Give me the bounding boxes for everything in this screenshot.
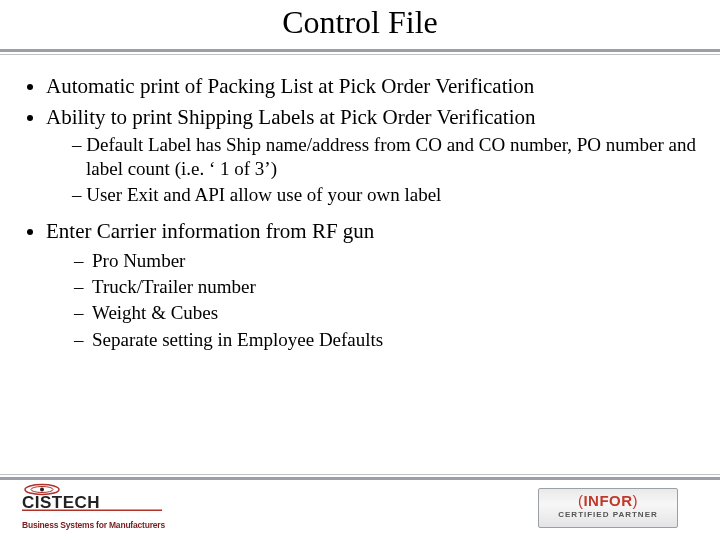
sub-bullet-text: Weight & Cubes [92,302,218,323]
cistech-wordmark: CISTECH [22,493,100,512]
infor-partner-badge: (INFOR) CERTIFIED PARTNER [538,488,678,528]
sub-bullet-list: Default Label has Ship name/address from… [46,133,702,208]
sub-bullet-text: Default Label has Ship name/address from… [86,134,696,179]
bullet-item: Enter Carrier information from RF gun –P… [46,218,702,352]
sub-bullet-text: User Exit and API allow use of your own … [86,184,441,205]
bullet-text: Ability to print Shipping Labels at Pick… [46,105,536,129]
cistech-logo-svg: CISTECH [22,478,192,518]
bracket-close: ) [633,492,639,509]
sub-bullet-list: –Pro Number –Truck/Trailer number –Weigh… [46,249,702,352]
svg-point-2 [40,488,44,492]
infor-brand-text: INFOR [583,492,632,509]
sub-bullet-item: –Weight & Cubes [74,301,702,325]
svg-rect-3 [22,510,162,512]
sub-bullet-text: Truck/Trailer number [92,276,256,297]
bullet-item: Automatic print of Packing List at Pick … [46,73,702,100]
slide-title: Control File [0,4,720,41]
bullet-text: Automatic print of Packing List at Pick … [46,74,534,98]
certified-partner-label: CERTIFIED PARTNER [539,510,677,519]
title-rule-thick [0,49,720,52]
bullet-list: Automatic print of Packing List at Pick … [18,73,702,352]
footer-rule-thin [0,474,720,475]
sub-bullet-item: –Pro Number [74,249,702,273]
bullet-text: Enter Carrier information from RF gun [46,219,374,243]
slide: Control File Automatic print of Packing … [0,0,720,540]
sub-bullet-item: –Truck/Trailer number [74,275,702,299]
sub-bullet-item: –Separate setting in Employee Defaults [74,328,702,352]
sub-bullet-item: Default Label has Ship name/address from… [72,133,702,182]
content-area: Automatic print of Packing List at Pick … [0,55,720,352]
sub-bullet-text: Pro Number [92,250,185,271]
title-area: Control File [0,0,720,47]
sub-bullet-item: User Exit and API allow use of your own … [72,183,702,207]
cistech-logo: CISTECH Business Systems for Manufacture… [22,478,192,530]
bullet-item: Ability to print Shipping Labels at Pick… [46,104,702,208]
sub-bullet-text: Separate setting in Employee Defaults [92,329,383,350]
cistech-tagline: Business Systems for Manufacturers [22,520,192,530]
infor-brand: (INFOR) [539,492,677,509]
logo-row: CISTECH Business Systems for Manufacture… [0,484,720,534]
